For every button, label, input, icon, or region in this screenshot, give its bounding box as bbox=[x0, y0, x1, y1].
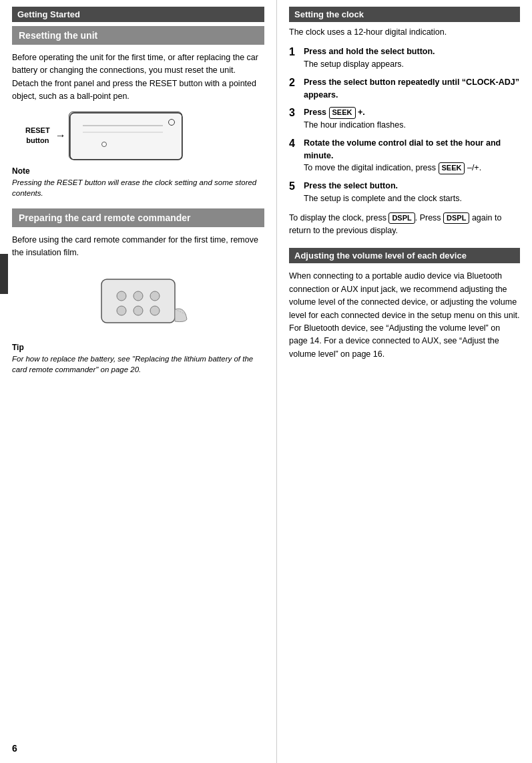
clock-footer: To display the clock, press DSPL. Press … bbox=[289, 212, 520, 238]
step-5-content: Press the select button. The setup is co… bbox=[304, 180, 462, 205]
step-5: 5 Press the select button. The setup is … bbox=[289, 180, 520, 205]
page-number: 6 bbox=[12, 743, 17, 754]
card-remote-diagram bbox=[12, 269, 264, 336]
adjust-body: When connecting to a portable audio devi… bbox=[289, 270, 520, 361]
step-number-4: 4 bbox=[289, 137, 304, 150]
adjusting-volume-header: Adjusting the volume level of each devic… bbox=[289, 248, 520, 263]
note-block: Note Pressing the RESET button will eras… bbox=[12, 166, 264, 199]
step-2-content: Press the select button repeatedly until… bbox=[304, 76, 520, 102]
reset-body-text: Before operating the unit for the first … bbox=[12, 51, 264, 104]
steps-list: 1 Press and hold the select button. The … bbox=[289, 45, 520, 204]
right-column: Setting the clock The clock uses a 12-ho… bbox=[277, 0, 532, 763]
step-4-content: Rotate the volume control dial to set th… bbox=[304, 137, 520, 174]
step-4: 4 Rotate the volume control dial to set … bbox=[289, 137, 520, 174]
note-title: Note bbox=[12, 166, 264, 176]
getting-started-header: Getting Started bbox=[12, 7, 264, 22]
reset-label: RESET button bbox=[25, 126, 50, 145]
svg-point-7 bbox=[117, 306, 126, 315]
step-2: 2 Press the select button repeatedly unt… bbox=[289, 76, 520, 102]
sidebar-marker bbox=[0, 254, 8, 294]
resetting-unit-header: Resetting the unit bbox=[12, 26, 264, 45]
setting-clock-header: Setting the clock bbox=[289, 7, 520, 22]
svg-point-9 bbox=[150, 306, 160, 315]
svg-point-5 bbox=[134, 291, 143, 301]
tip-block: Tip For how to replace the battery, see … bbox=[12, 343, 264, 375]
arrow bbox=[55, 130, 66, 142]
tip-title: Tip bbox=[12, 343, 264, 352]
step-1-content: Press and hold the select button. The se… bbox=[304, 45, 435, 71]
left-column: Getting Started Resetting the unit Befor… bbox=[0, 0, 277, 763]
note-text: Pressing the RESET button will erase the… bbox=[12, 177, 264, 199]
card-remote-header: Preparing the card remote commander bbox=[12, 208, 264, 227]
device-illustration bbox=[69, 112, 182, 160]
step-number-3: 3 bbox=[289, 106, 304, 119]
svg-point-6 bbox=[150, 291, 160, 301]
seek-btn-1: SEEK bbox=[329, 107, 356, 118]
svg-point-8 bbox=[134, 306, 143, 315]
seek-btn-2: SEEK bbox=[439, 162, 465, 174]
step-number-2: 2 bbox=[289, 76, 304, 89]
device-svg bbox=[69, 112, 183, 160]
step-3: 3 Press SEEK +. The hour indication flas… bbox=[289, 106, 520, 132]
svg-rect-0 bbox=[70, 113, 182, 160]
dspl-btn-2: DSPL bbox=[443, 212, 469, 224]
reset-diagram: RESET button bbox=[25, 112, 264, 160]
card-remote-body: Before using the card remote commander f… bbox=[12, 234, 264, 260]
svg-point-4 bbox=[117, 291, 126, 301]
step-1: 1 Press and hold the select button. The … bbox=[289, 45, 520, 71]
step-number-5: 5 bbox=[289, 180, 304, 192]
clock-intro: The clock uses a 12-hour digital indicat… bbox=[289, 26, 520, 39]
tip-text: For how to replace the battery, see "Rep… bbox=[12, 353, 264, 375]
step-3-content: Press SEEK +. The hour indication flashe… bbox=[304, 106, 406, 132]
card-remote-svg bbox=[88, 269, 188, 336]
step-number-1: 1 bbox=[289, 45, 304, 58]
dspl-btn-1: DSPL bbox=[388, 212, 415, 224]
